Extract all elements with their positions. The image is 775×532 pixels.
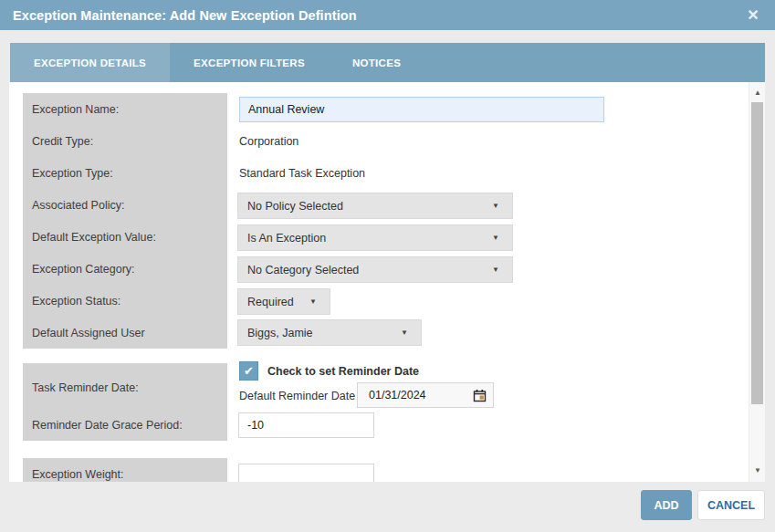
default-assigned-user-dropdown[interactable]: Biggs, Jamie ▼ xyxy=(237,319,422,346)
tabstrip: EXCEPTION DETAILS EXCEPTION FILTERS NOTI… xyxy=(10,43,765,82)
label-panel-main xyxy=(23,93,227,349)
scrollbar-thumb[interactable] xyxy=(751,102,763,404)
exception-name-input[interactable] xyxy=(239,97,604,122)
credit-type-label: Credit Type: xyxy=(32,135,224,148)
associated-policy-label: Associated Policy: xyxy=(32,199,224,212)
default-exception-value-selected: Is An Exception xyxy=(247,232,326,245)
exception-category-selected: No Category Selected xyxy=(247,264,359,276)
tab-exception-filters[interactable]: EXCEPTION FILTERS xyxy=(170,43,329,82)
reminder-date-checkbox-label: Check to set Reminder Date xyxy=(267,365,419,378)
exception-maintenance-dialog: Exception Maintenance: Add New Exception… xyxy=(0,0,775,532)
exception-weight-label: Exception Weight: xyxy=(32,468,224,481)
exception-status-selected: Required xyxy=(247,296,294,308)
tab-exception-details[interactable]: EXCEPTION DETAILS xyxy=(10,43,170,82)
dialog-title: Exception Maintenance: Add New Exception… xyxy=(0,8,357,23)
chevron-down-icon: ▼ xyxy=(492,202,499,210)
exception-type-label: Exception Type: xyxy=(32,167,224,180)
form-content: Exception Name: Credit Type: Exception T… xyxy=(9,82,765,482)
tab-notices[interactable]: NOTICES xyxy=(329,43,424,82)
scroll-up-icon[interactable]: ▲ xyxy=(749,85,765,99)
exception-type-value: Standard Task Exception xyxy=(239,167,365,180)
default-assigned-user-label: Default Assigned User xyxy=(32,327,224,339)
exception-status-label: Exception Status: xyxy=(32,295,224,308)
default-reminder-date-label: Default Reminder Date xyxy=(239,390,355,402)
chevron-down-icon: ▼ xyxy=(492,266,499,274)
exception-weight-input[interactable] xyxy=(238,464,374,482)
task-reminder-date-label: Task Reminder Date: xyxy=(32,381,224,394)
add-button[interactable]: ADD xyxy=(641,490,692,520)
exception-status-dropdown[interactable]: Required ▼ xyxy=(237,288,330,315)
associated-policy-selected: No Policy Selected xyxy=(247,200,343,213)
default-exception-value-dropdown[interactable]: Is An Exception ▼ xyxy=(237,224,513,251)
chevron-down-icon: ▼ xyxy=(309,297,317,306)
default-assigned-user-selected: Biggs, Jamie xyxy=(247,327,313,339)
dialog-titlebar: Exception Maintenance: Add New Exception… xyxy=(0,0,775,30)
reminder-date-checkbox[interactable]: ✔ xyxy=(239,361,258,381)
chevron-down-icon: ▼ xyxy=(401,329,408,337)
scroll-down-icon[interactable]: ▼ xyxy=(749,463,765,477)
close-icon[interactable]: ✕ xyxy=(742,0,764,30)
default-reminder-date-field[interactable]: 01/31/2024 xyxy=(357,382,494,408)
calendar-icon[interactable] xyxy=(473,389,487,402)
chevron-down-icon: ▼ xyxy=(492,234,499,242)
exception-name-label: Exception Name: xyxy=(32,103,224,116)
default-exception-value-label: Default Exception Value: xyxy=(32,231,224,244)
reminder-grace-period-label: Reminder Date Grace Period: xyxy=(32,419,224,432)
vertical-scrollbar[interactable]: ▲ ▼ xyxy=(749,82,765,482)
exception-category-dropdown[interactable]: No Category Selected ▼ xyxy=(237,256,513,283)
checkmark-icon: ✔ xyxy=(244,364,254,378)
default-reminder-date-value: 01/31/2024 xyxy=(369,389,426,402)
associated-policy-dropdown[interactable]: No Policy Selected ▼ xyxy=(237,193,513,219)
exception-category-label: Exception Category: xyxy=(32,263,224,276)
cancel-button[interactable]: CANCEL xyxy=(697,490,765,520)
reminder-grace-period-input[interactable] xyxy=(238,412,374,438)
credit-type-value: Corporation xyxy=(239,135,298,148)
